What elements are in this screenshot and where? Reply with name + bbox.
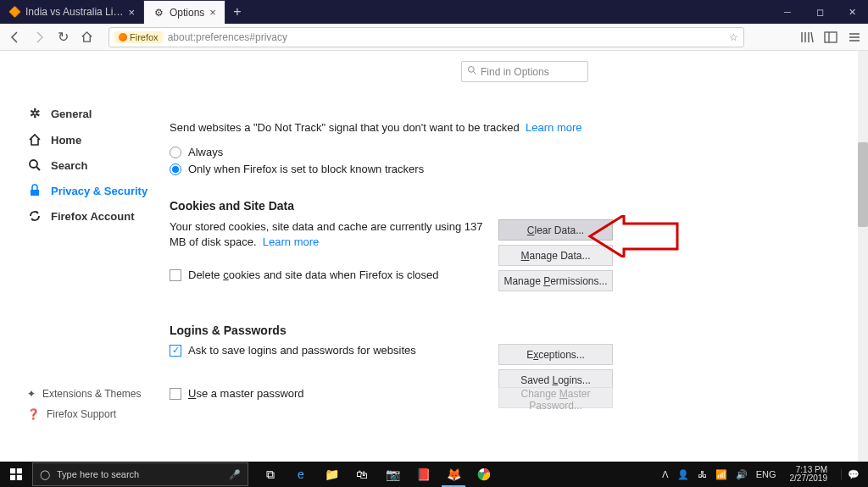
- app-icon[interactable]: 🛍: [347, 462, 377, 487]
- svg-rect-6: [31, 190, 39, 196]
- sidebar-item-privacy[interactable]: Privacy & Security: [27, 178, 163, 203]
- svg-rect-8: [17, 468, 22, 473]
- volume-icon[interactable]: 🔊: [736, 469, 748, 480]
- find-in-options[interactable]: Find in Options: [461, 61, 588, 82]
- reload-button[interactable]: ↻: [53, 27, 73, 47]
- sidebar-footer: ✦ Extensions & Themes ❓ Firefox Support: [27, 384, 142, 424]
- dnt-always-row[interactable]: Always: [170, 146, 851, 158]
- mic-icon[interactable]: 🎤: [229, 469, 241, 480]
- forward-button[interactable]: [29, 27, 49, 47]
- sync-icon: [27, 209, 42, 223]
- close-icon[interactable]: ×: [128, 6, 135, 19]
- preferences-sidebar: ✲ General Home Search Privacy & Security: [27, 100, 163, 229]
- url-text: about:preferences#privacy: [168, 31, 287, 43]
- sidebar-item-label: Search: [51, 159, 87, 172]
- dnt-only-row[interactable]: Only when Firefox is set to block known …: [170, 163, 851, 175]
- manage-permissions-button[interactable]: Manage Permissions...: [498, 270, 613, 291]
- sidebar-extensions[interactable]: ✦ Extensions & Themes: [27, 384, 142, 404]
- learn-more-link[interactable]: Learn more: [263, 235, 319, 248]
- change-master-password-button: Change Master Password...: [498, 387, 613, 408]
- tab-active[interactable]: ⚙ Options ×: [144, 0, 225, 24]
- wifi-icon[interactable]: 📶: [715, 469, 727, 480]
- exceptions-button[interactable]: Exceptions...: [498, 344, 613, 365]
- url-bar[interactable]: Firefox about:preferences#privacy ☆: [108, 27, 744, 47]
- svg-rect-7: [10, 468, 15, 473]
- app-icon[interactable]: 📕: [408, 462, 438, 487]
- logins-heading: Logins & Passwords: [170, 324, 851, 337]
- sidebar-icon[interactable]: [822, 29, 839, 46]
- window-titlebar: 🔶 India vs Australia Live Streamin × ⚙ O…: [0, 0, 868, 24]
- menu-icon[interactable]: [846, 29, 863, 46]
- dnt-description: Send websites a "Do Not Track" signal th…: [170, 121, 520, 134]
- checkbox-label: Use a master password: [188, 387, 304, 400]
- maximize-button[interactable]: ◻: [804, 0, 836, 24]
- radio-checked[interactable]: [170, 163, 181, 175]
- app-icon[interactable]: 📷: [377, 462, 408, 487]
- clock-date: 2/27/2019: [790, 474, 828, 483]
- gear-icon: ✲: [27, 106, 42, 121]
- delete-cookies-checkbox[interactable]: [170, 269, 181, 281]
- preferences-viewport: Find in Options ✲ General Home Search Pr…: [0, 51, 868, 462]
- taskbar-search[interactable]: ◯ Type here to search 🎤: [32, 462, 248, 486]
- sidebar-support[interactable]: ❓ Firefox Support: [27, 404, 142, 424]
- close-icon[interactable]: ×: [209, 6, 216, 19]
- edge-icon[interactable]: e: [286, 462, 316, 487]
- home-button[interactable]: [76, 27, 97, 47]
- sidebar-item-general[interactable]: ✲ General: [27, 100, 163, 127]
- search-placeholder: Type here to search: [57, 469, 139, 479]
- sidebar-item-label: Extensions & Themes: [42, 388, 142, 400]
- tab-label: India vs Australia Live Streamin: [25, 6, 123, 18]
- sidebar-item-search[interactable]: Search: [27, 152, 163, 178]
- cookies-heading: Cookies and Site Data: [170, 199, 851, 213]
- tab-label: Options: [170, 7, 204, 19]
- back-button[interactable]: [5, 27, 25, 47]
- learn-more-link[interactable]: Learn more: [526, 121, 581, 134]
- radio-label: Always: [188, 146, 223, 158]
- lock-icon: [27, 184, 42, 197]
- gear-icon: ⚙: [153, 7, 164, 19]
- radio-unchecked[interactable]: [170, 147, 181, 158]
- tray-chevron-icon[interactable]: ᐱ: [662, 469, 669, 480]
- firefox-icon[interactable]: 🦊: [438, 462, 469, 487]
- svg-point-4: [30, 160, 37, 168]
- puzzle-icon: ✦: [27, 388, 36, 400]
- task-view-icon[interactable]: ⧉: [255, 462, 286, 487]
- checkbox-label: Ask to save logins and passwords for web…: [188, 344, 416, 357]
- sidebar-item-account[interactable]: Firefox Account: [27, 203, 163, 229]
- close-window-button[interactable]: ✕: [836, 0, 868, 24]
- svg-line-5: [36, 167, 40, 170]
- browser-toolbar: ↻ Firefox about:preferences#privacy ☆: [0, 24, 868, 51]
- tab-inactive[interactable]: 🔶 India vs Australia Live Streamin ×: [0, 0, 144, 24]
- identity-label: Firefox: [114, 31, 163, 43]
- minimize-button[interactable]: ─: [771, 0, 804, 24]
- action-center-icon[interactable]: 💬: [841, 469, 865, 480]
- search-placeholder: Find in Options: [481, 66, 549, 78]
- language-indicator[interactable]: ENG: [756, 469, 776, 479]
- people-icon[interactable]: 👤: [677, 469, 689, 480]
- tab-favicon: 🔶: [8, 6, 20, 18]
- start-button[interactable]: [0, 468, 32, 480]
- svg-rect-9: [10, 475, 15, 480]
- clock[interactable]: 7:13 PM 2/27/2019: [785, 466, 833, 483]
- svg-line-3: [474, 72, 476, 75]
- sidebar-item-label: Home: [51, 134, 81, 147]
- search-icon: [27, 158, 42, 172]
- checkbox-label: Delete cookies and site data when Firefo…: [188, 268, 439, 281]
- sidebar-item-home[interactable]: Home: [27, 127, 163, 152]
- new-tab-button[interactable]: +: [225, 0, 249, 24]
- ask-save-logins-checkbox[interactable]: ✓: [170, 345, 181, 357]
- svg-rect-0: [825, 32, 837, 42]
- preferences-content: Send websites a "Do Not Track" signal th…: [170, 121, 851, 404]
- library-icon[interactable]: [798, 29, 815, 46]
- cookies-description: Your stored cookies, site data and cache…: [170, 220, 483, 248]
- master-password-checkbox[interactable]: [170, 388, 181, 400]
- scrollbar-thumb[interactable]: [858, 142, 868, 227]
- scrollbar[interactable]: [858, 51, 868, 462]
- bookmark-star-icon[interactable]: ☆: [729, 31, 738, 43]
- network-icon[interactable]: 🖧: [698, 469, 707, 479]
- chrome-icon[interactable]: [469, 462, 499, 487]
- clear-data-button[interactable]: Clear Data...: [498, 219, 613, 241]
- file-explorer-icon[interactable]: 📁: [316, 462, 347, 487]
- search-icon: [467, 65, 477, 78]
- manage-data-button[interactable]: Manage Data...: [498, 245, 613, 266]
